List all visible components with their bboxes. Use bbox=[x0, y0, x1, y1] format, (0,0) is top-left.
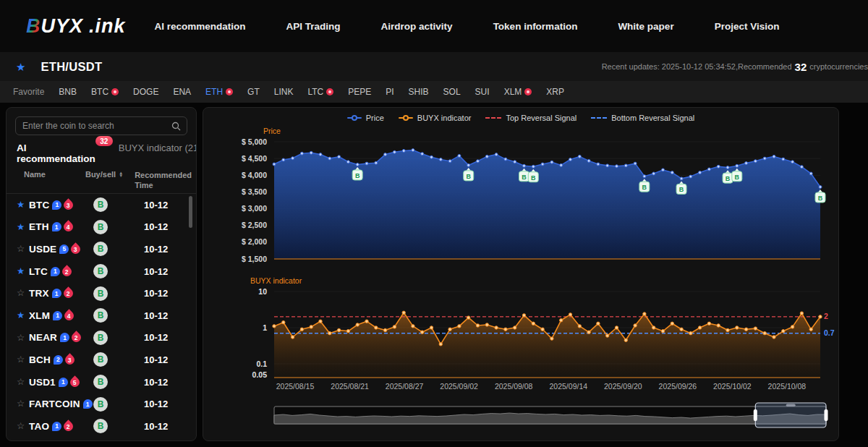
recent-updates: Recent updates: 2025-10-12 05:34:52,Reco… bbox=[602, 61, 868, 73]
buy-signal-badge: B bbox=[93, 331, 108, 345]
buysell-cell: B bbox=[83, 264, 118, 278]
coin-row-btc[interactable]: ★BTC13B10-12 bbox=[7, 194, 196, 216]
star-outline-icon[interactable]: ☆ bbox=[17, 399, 29, 409]
chart-panel: BBBBBBBBB$ 5,000$ 4,500$ 4,000$ 3,500$ 3… bbox=[203, 107, 839, 441]
svg-text:B: B bbox=[726, 175, 731, 182]
coin-search-input[interactable] bbox=[16, 121, 171, 131]
thumb-up-badge: 1 bbox=[52, 222, 61, 231]
symbol-tab-label: LINK bbox=[274, 87, 294, 97]
legend-item-price[interactable]: Price bbox=[347, 114, 384, 122]
coin-row-ltc[interactable]: ★LTC12B10-12 bbox=[7, 260, 196, 283]
star-filled-icon[interactable]: ★ bbox=[17, 223, 29, 232]
svg-text:B: B bbox=[679, 186, 684, 193]
nav-item-project-vision[interactable]: Project Vision bbox=[715, 21, 780, 32]
coin-row-fartcoin[interactable]: ☆FARTCOIN1B10-12 bbox=[7, 393, 196, 415]
flame-badge: 2 bbox=[60, 265, 73, 278]
symbol-tab-pepe[interactable]: PEPE bbox=[348, 87, 371, 97]
symbol-tab-gt[interactable]: GT bbox=[247, 87, 260, 97]
star-outline-icon[interactable]: ☆ bbox=[17, 289, 29, 298]
tab-buyx-indicator[interactable]: BUYX indicator (2183) bbox=[119, 142, 197, 153]
svg-text:2025/08/21: 2025/08/21 bbox=[331, 382, 369, 391]
svg-text:0.05: 0.05 bbox=[252, 370, 268, 379]
buysell-cell: B bbox=[83, 220, 118, 234]
legend-label: Bottom Reversal Signal bbox=[611, 114, 694, 122]
coin-symbol: FARTCOIN bbox=[29, 399, 80, 409]
coin-row-eth[interactable]: ★ETH14B10-12 bbox=[7, 216, 196, 239]
star-outline-icon[interactable]: ☆ bbox=[17, 422, 29, 431]
symbol-tab-eth[interactable]: ETH bbox=[205, 87, 233, 97]
svg-text:2025/09/26: 2025/09/26 bbox=[659, 382, 697, 391]
coin-row-xlm[interactable]: ★XLM14B10-12 bbox=[7, 305, 196, 327]
coin-row-tao[interactable]: ☆TAO12B10-12 bbox=[7, 415, 196, 438]
coin-name-cell: ☆BCH23 bbox=[17, 354, 83, 365]
symbol-tab-label: BNB bbox=[59, 87, 77, 97]
header-buysell[interactable]: Buy/sell ▲▼ bbox=[81, 170, 127, 179]
coin-row-near[interactable]: ☆NEAR12B10-12 bbox=[7, 327, 196, 349]
star-outline-icon[interactable]: ☆ bbox=[17, 333, 29, 343]
recommended-time-cell: 10-12 bbox=[118, 354, 196, 365]
nav-item-ai-recommendation[interactable]: AI recommendation bbox=[155, 21, 246, 32]
symbol-tab-doge[interactable]: DOGE bbox=[133, 87, 158, 97]
star-filled-icon[interactable]: ★ bbox=[17, 311, 29, 320]
star-outline-icon[interactable]: ☆ bbox=[17, 244, 29, 254]
star-filled-icon[interactable]: ★ bbox=[17, 200, 29, 210]
nav-item-airdrop-activity[interactable]: Airdrop activity bbox=[381, 21, 453, 32]
symbol-tab-pi[interactable]: PI bbox=[386, 87, 393, 97]
buy-signal-badge: B bbox=[93, 197, 108, 212]
legend-item-top-reversal-signal[interactable]: Top Reversal Signal bbox=[485, 114, 576, 122]
coin-row-usde[interactable]: ☆USDE53B10-12 bbox=[7, 238, 196, 260]
coin-name-cell: ☆TAO12 bbox=[17, 421, 83, 432]
symbol-tab-favorite[interactable]: Favorite bbox=[13, 87, 44, 97]
brand-logo[interactable]: BUYX.ink bbox=[26, 15, 126, 38]
thumb-up-badge: 1 bbox=[59, 378, 68, 387]
symbol-tab-shib[interactable]: SHIB bbox=[409, 87, 429, 97]
svg-text:2025/10/08: 2025/10/08 bbox=[768, 382, 807, 391]
symbol-tab-sol[interactable]: SOL bbox=[443, 87, 461, 97]
buysell-cell: B bbox=[83, 397, 118, 412]
coin-row-trx[interactable]: ☆TRX12B10-12 bbox=[7, 282, 196, 305]
table-scrollbar[interactable] bbox=[189, 196, 192, 228]
coin-search bbox=[15, 116, 187, 135]
legend-item-buyx-indicator[interactable]: BUYX indicator bbox=[399, 114, 472, 122]
coin-name-cell: ★ETH14 bbox=[17, 221, 83, 232]
symbol-tab-label: SUI bbox=[475, 87, 490, 97]
brand-logo-b: B bbox=[26, 15, 41, 37]
tab-ai-recommendation[interactable]: AI recommendation 32 bbox=[17, 142, 95, 164]
symbol-tab-label: ETH bbox=[205, 87, 223, 97]
symbol-tab-link[interactable]: LINK bbox=[274, 87, 294, 97]
nav-item-api-trading[interactable]: API Trading bbox=[286, 21, 341, 32]
svg-text:2025/08/27: 2025/08/27 bbox=[386, 382, 424, 391]
buy-signal-badge: B bbox=[93, 242, 108, 256]
price-indicator-chart[interactable]: BBBBBBBBB$ 5,000$ 4,500$ 4,000$ 3,500$ 3… bbox=[203, 108, 839, 441]
favorite-star-icon[interactable]: ★ bbox=[16, 61, 25, 72]
symbol-tab-label: SHIB bbox=[409, 87, 429, 97]
sort-icon[interactable]: ▲▼ bbox=[119, 171, 123, 178]
symbol-tab-ltc[interactable]: LTC bbox=[307, 87, 333, 97]
svg-text:$ 2,500: $ 2,500 bbox=[242, 221, 267, 229]
hot-icon bbox=[111, 88, 119, 95]
updates-count: 32 bbox=[795, 61, 807, 73]
star-outline-icon[interactable]: ☆ bbox=[17, 355, 29, 365]
symbol-tab-ena[interactable]: ENA bbox=[173, 87, 191, 97]
coin-row-usd1[interactable]: ☆USD115B10-12 bbox=[7, 371, 196, 393]
star-filled-icon[interactable]: ★ bbox=[17, 267, 29, 276]
nav-item-white-paper[interactable]: White paper bbox=[618, 21, 673, 32]
price-axis-label: Price bbox=[263, 127, 281, 135]
symbol-tab-xrp[interactable]: XRP bbox=[546, 87, 564, 97]
symbol-tab-sui[interactable]: SUI bbox=[475, 87, 490, 97]
hot-icon bbox=[226, 88, 233, 95]
symbol-tab-xlm[interactable]: XLM bbox=[504, 87, 532, 97]
buy-signal-badge: B bbox=[93, 419, 108, 433]
symbol-tab-btc[interactable]: BTC bbox=[91, 87, 119, 97]
chart-navigator[interactable] bbox=[274, 403, 828, 427]
star-outline-icon[interactable]: ☆ bbox=[17, 378, 29, 387]
coin-row-bch[interactable]: ☆BCH23B10-12 bbox=[7, 349, 196, 371]
buy-signal-badge: B bbox=[93, 397, 108, 412]
legend-dashed-icon bbox=[485, 117, 501, 119]
svg-text:B: B bbox=[818, 195, 823, 202]
buysell-cell: B bbox=[83, 242, 118, 256]
coin-symbol: USD1 bbox=[29, 377, 56, 388]
nav-item-token-information[interactable]: Token information bbox=[493, 21, 578, 32]
symbol-tab-bnb[interactable]: BNB bbox=[59, 87, 77, 97]
legend-item-bottom-reversal-signal[interactable]: Bottom Reversal Signal bbox=[591, 114, 694, 122]
